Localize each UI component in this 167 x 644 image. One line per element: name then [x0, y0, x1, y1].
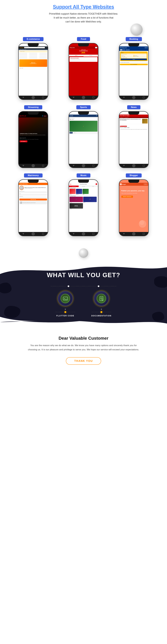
phone-bottom-bar-music	[69, 232, 98, 236]
amazon-search: Search	[24, 47, 45, 48]
back-btn[interactable]	[73, 97, 75, 98]
back-btn[interactable]	[73, 165, 75, 166]
news-article-2: Different on an Exchange Effective Price…	[120, 124, 148, 128]
feature-icon-wrap-docs	[94, 291, 109, 306]
home-btn[interactable]	[82, 232, 85, 236]
back-btn[interactable]	[73, 233, 75, 234]
bk-search-btn[interactable]: Search	[121, 58, 147, 60]
mat-logo: Bharat Matrimony	[19, 184, 28, 184]
recent-btn[interactable]	[42, 233, 44, 235]
nf-get-started-btn[interactable]: Get Started >	[20, 140, 27, 142]
home-btn[interactable]	[32, 164, 35, 167]
recent-btn[interactable]	[42, 96, 44, 98]
mat-country-code[interactable]	[19, 197, 23, 198]
back-btn[interactable]	[22, 165, 24, 166]
feature-dotline-flutter	[56, 311, 75, 313]
music-track-name-1: Top Hits	[70, 194, 76, 195]
ph-tab-bar: Delivery Takeaway	[69, 55, 98, 56]
tl-dot-left	[68, 286, 69, 287]
bk-checkout-field[interactable]: Check-out date Sat, Jan 22, 2022	[134, 55, 147, 57]
home-btn[interactable]	[82, 164, 85, 167]
news-nav-coronavirus[interactable]: CORONAVIRUS	[124, 117, 128, 118]
music-grid-item-3: 2021 2021 Hits	[70, 203, 83, 210]
back-btn[interactable]	[123, 165, 125, 166]
news-nav-india[interactable]: ET4	[123, 117, 124, 118]
bk-tab-row: Stays Flights Flight + Hotel	[119, 49, 148, 51]
mat-input-name[interactable]	[19, 194, 47, 196]
phone-card-booking: Booking Booking.com Stays Flights Flig	[113, 37, 154, 100]
bk-guests-row: Adults Children Rooms	[121, 57, 147, 58]
feature-dot-docs	[100, 311, 102, 313]
music-grid-label-1: Mon Taron	[70, 202, 83, 203]
feature-icon-inner-docs	[97, 294, 106, 303]
back-btn[interactable]	[123, 233, 125, 234]
phone-frame-booking: Booking.com Stays Flights Flight + Hotel…	[119, 43, 149, 100]
ph-tab-takeaway[interactable]: Takeaway	[84, 55, 98, 56]
ph-location-input[interactable]	[70, 60, 97, 61]
phone-label-news: News	[127, 105, 140, 109]
music-tab-trending[interactable]: Trending Songs	[69, 186, 79, 187]
mat-mobile-input[interactable]	[23, 197, 47, 198]
phone-frame-music: Jio Saavn Music Albums ≡ Trending Songs …	[69, 179, 98, 236]
bk-where-field[interactable]: Around current location	[121, 54, 147, 55]
thankyou-section: Dear Valuable Customer You are the reaso…	[0, 328, 167, 375]
page-title: Support All Type Websites	[3, 4, 164, 10]
home-btn[interactable]	[132, 164, 135, 167]
phone-frame-ecommerce: amazon Search 🛒 Category Watch List Deal…	[18, 43, 48, 100]
phone-frame-sports: ​​​​cricinfo 🔍 SA to series, India IND v…	[69, 111, 98, 168]
recent-btn[interactable]	[92, 96, 94, 98]
bl-header: B Blogger SIGN IN	[119, 183, 148, 186]
music-grid: 🎵 Mon Taron 🎤 A-Haban	[70, 197, 97, 210]
recent-btn[interactable]	[42, 165, 44, 167]
bk-tab-stays[interactable]: Stays	[120, 49, 122, 50]
recent-btn[interactable]	[143, 233, 145, 235]
music-menu-btn[interactable]: ≡	[96, 183, 97, 185]
bl-hero-title: Publish your passions, your way	[121, 190, 146, 192]
phone-frame-food: Pizza Hut Sign In MOMO MIAI TASTE THE EP…	[69, 43, 98, 100]
back-btn[interactable]	[22, 97, 24, 98]
feature-flutter-code: ▼ FLUTTER CODE	[56, 291, 75, 317]
ph-tab-delivery[interactable]: Delivery	[69, 55, 84, 56]
back-btn[interactable]	[22, 233, 24, 234]
mat-input-profile[interactable]	[19, 192, 47, 193]
home-btn[interactable]	[32, 96, 35, 99]
svg-rect-0	[63, 297, 68, 300]
phone-card-news: News THE TIMES OF INDIA TOP NEWS ET4 COR…	[113, 105, 154, 168]
recent-btn[interactable]	[92, 233, 94, 235]
bk-search-title: Search	[121, 52, 147, 53]
mat-field-name: Name	[19, 194, 47, 196]
recent-btn[interactable]	[143, 96, 145, 98]
home-btn[interactable]	[132, 96, 135, 99]
mat-register-btn[interactable]: REGISTER FREE	[19, 198, 47, 200]
amazon-cat-item	[29, 53, 37, 56]
sp-field-text: 🏏	[83, 126, 84, 126]
phone-notch-blogger	[128, 180, 139, 183]
music-logo: Jio	[70, 184, 71, 185]
bk-checkin-field[interactable]: Check-in date Fri, Jan 21, 2022	[121, 55, 134, 57]
bk-tab-flights[interactable]: Flights	[123, 49, 125, 50]
music-grid-label-2: A-Haban	[83, 202, 97, 203]
music-tab-hindi[interactable]: New Songs	[79, 186, 88, 187]
nf-signin-btn[interactable]: Sign In	[44, 116, 47, 117]
bl-create-btn[interactable]: CREATE YOUR BLOG	[121, 196, 133, 198]
bk-tab-cars[interactable]: Flight + Hotel	[125, 49, 130, 50]
recent-btn[interactable]	[143, 165, 145, 167]
recent-btn[interactable]	[92, 165, 94, 167]
nf-enjoy-subtitle: Watch on smart TVs, PlayStation, Xbox, C…	[20, 139, 47, 140]
sp-search-icon[interactable]: 🔍	[96, 115, 97, 116]
bk-children: Children	[123, 57, 125, 58]
phone-screen-music: Jio Saavn Music Albums ≡ Trending Songs …	[69, 180, 98, 236]
home-btn[interactable]	[82, 96, 85, 99]
music-tab-albums[interactable]: Dance	[88, 186, 98, 187]
home-btn[interactable]	[32, 232, 35, 236]
ph-sign-in: Sign In	[95, 47, 97, 48]
nf-hero-title: Unlimited movies, TV shows and more.	[20, 133, 47, 134]
phone-bottom-bar-sports	[69, 164, 98, 168]
phone-notch-matrimony	[28, 180, 39, 183]
news-nav-top[interactable]: TOP NEWS	[120, 117, 123, 118]
back-btn[interactable]	[123, 97, 125, 98]
home-btn[interactable]	[132, 232, 135, 236]
mat-contact-banner: Contact genuine profiles with Luxury Boo…	[19, 201, 47, 204]
thankyou-button[interactable]: THANK YOU	[66, 357, 101, 365]
bl-signin-btn[interactable]: SIGN IN	[144, 184, 148, 185]
